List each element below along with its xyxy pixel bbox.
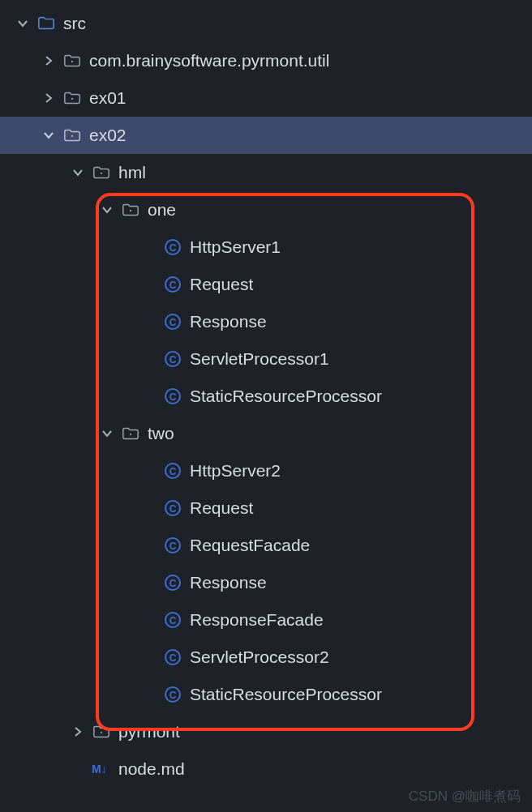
package-icon xyxy=(62,89,83,107)
svg-text:C: C xyxy=(169,503,177,515)
tree-class-servletprocessor2[interactable]: C ServletProcessor2 xyxy=(0,639,532,676)
svg-text:C: C xyxy=(169,466,177,477)
folder-label: src xyxy=(63,14,86,33)
package-label: ex02 xyxy=(89,126,127,145)
tree-class-response2[interactable]: C Response xyxy=(0,564,532,601)
class-icon: C xyxy=(162,536,183,555)
tree-class-requestfacade[interactable]: C RequestFacade xyxy=(0,527,532,564)
file-label: node.md xyxy=(118,759,185,779)
tree-folder-src[interactable]: src xyxy=(0,5,532,42)
tree-class-response[interactable]: C Response xyxy=(0,303,532,340)
svg-point-0 xyxy=(71,61,73,62)
tree-class-request[interactable]: C Request xyxy=(0,266,532,303)
svg-point-30 xyxy=(101,732,102,733)
tree-package-hml[interactable]: hml xyxy=(0,154,532,191)
svg-text:M↓: M↓ xyxy=(92,763,107,776)
tree-file-node-md[interactable]: · M↓ node.md xyxy=(0,750,532,788)
project-tree: src com.brainysoftware.pyrmont.util ex01… xyxy=(0,0,532,788)
svg-text:C: C xyxy=(169,541,177,552)
package-label: com.brainysoftware.pyrmont.util xyxy=(89,51,329,71)
tree-class-responsefacade[interactable]: C ResponseFacade xyxy=(0,601,532,639)
class-label: Request xyxy=(190,275,253,294)
chevron-down-icon xyxy=(99,429,115,438)
tree-package-ex01[interactable]: ex01 xyxy=(0,79,532,117)
tree-package-one[interactable]: one xyxy=(0,191,532,229)
class-icon: C xyxy=(162,573,183,592)
class-icon: C xyxy=(162,312,183,331)
class-icon: C xyxy=(162,685,183,704)
class-label: Request xyxy=(190,498,253,518)
chevron-down-icon xyxy=(15,19,31,28)
tree-package-two[interactable]: two xyxy=(0,415,532,452)
tree-class-staticresourceprocessor[interactable]: C StaticResourceProcessor xyxy=(0,378,532,415)
tree-class-request2[interactable]: C Request xyxy=(0,489,532,527)
svg-text:C: C xyxy=(169,615,177,626)
class-label: ServletProcessor2 xyxy=(190,647,329,667)
package-icon xyxy=(120,201,141,219)
class-label: StaticResourceProcessor xyxy=(190,685,382,704)
svg-point-4 xyxy=(130,210,131,212)
package-label: pyrmont xyxy=(118,722,180,741)
package-icon xyxy=(91,164,112,182)
class-icon: C xyxy=(162,498,183,518)
class-label: HttpServer2 xyxy=(190,461,281,481)
svg-text:C: C xyxy=(169,391,177,403)
class-icon: C xyxy=(162,237,183,257)
class-label: HttpServer1 xyxy=(190,237,281,257)
svg-text:C: C xyxy=(169,354,177,365)
markdown-icon: M↓ xyxy=(91,761,112,777)
tree-class-httpserver1[interactable]: C HttpServer1 xyxy=(0,229,532,266)
package-icon xyxy=(62,126,83,144)
class-icon: C xyxy=(162,387,183,406)
watermark-text: CSDN @咖啡煮码 xyxy=(409,787,521,806)
class-label: Response xyxy=(190,573,267,592)
chevron-right-icon xyxy=(41,93,57,103)
svg-text:C: C xyxy=(169,317,177,328)
class-icon: C xyxy=(162,647,183,667)
class-icon: C xyxy=(162,610,183,630)
package-icon xyxy=(120,425,141,442)
svg-text:C: C xyxy=(169,280,177,291)
class-label: StaticResourceProcessor xyxy=(190,387,382,406)
svg-point-3 xyxy=(101,173,102,174)
svg-text:C: C xyxy=(169,242,177,254)
package-label: one xyxy=(148,200,176,220)
class-label: ServletProcessor1 xyxy=(190,349,329,369)
chevron-right-icon xyxy=(70,727,86,737)
class-label: RequestFacade xyxy=(190,536,310,555)
tree-class-staticresourceprocessor2[interactable]: C StaticResourceProcessor xyxy=(0,676,532,713)
package-label: ex01 xyxy=(89,88,127,108)
package-icon xyxy=(91,723,112,741)
class-icon: C xyxy=(162,349,183,369)
svg-text:C: C xyxy=(169,652,177,664)
class-label: Response xyxy=(190,312,267,331)
tree-package-pyrmont[interactable]: pyrmont xyxy=(0,713,532,750)
tree-package-ex02[interactable]: ex02 xyxy=(0,117,532,154)
chevron-right-icon xyxy=(41,56,57,66)
folder-icon xyxy=(36,15,57,32)
svg-point-15 xyxy=(130,434,131,435)
package-label: hml xyxy=(118,163,146,182)
chevron-down-icon xyxy=(41,130,57,140)
chevron-down-icon xyxy=(70,168,86,177)
svg-point-1 xyxy=(71,98,73,100)
tree-class-httpserver2[interactable]: C HttpServer2 xyxy=(0,452,532,489)
svg-point-2 xyxy=(71,135,73,137)
class-icon: C xyxy=(162,275,183,294)
svg-text:C: C xyxy=(169,578,177,589)
package-icon xyxy=(62,52,83,70)
tree-package-util[interactable]: com.brainysoftware.pyrmont.util xyxy=(0,42,532,79)
package-label: two xyxy=(148,424,174,443)
tree-class-servletprocessor1[interactable]: C ServletProcessor1 xyxy=(0,340,532,378)
class-label: ResponseFacade xyxy=(190,610,324,630)
chevron-down-icon xyxy=(99,205,115,215)
svg-text:C: C xyxy=(169,690,177,701)
class-icon: C xyxy=(162,461,183,481)
